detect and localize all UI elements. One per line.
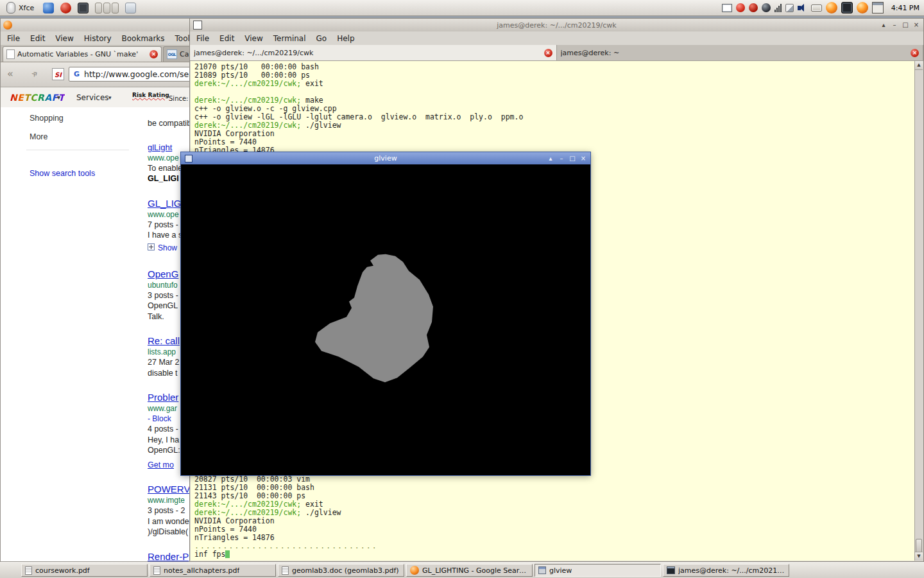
pdf-icon <box>153 566 160 575</box>
terminal-menu-3[interactable]: Terminal <box>268 33 311 44</box>
blue-globe-icon[interactable] <box>43 3 54 13</box>
sidebar-item-1[interactable]: More <box>30 132 126 142</box>
panel-clock[interactable]: 4:41 PM <box>891 4 920 12</box>
si-extension-icon[interactable]: SI <box>52 68 64 80</box>
light-app-icon[interactable] <box>125 3 136 13</box>
terminal-titlebar[interactable]: james@derek: ~/.../cm20219/cwk ▴ – □ × <box>190 19 923 31</box>
keyboard-icon[interactable] <box>811 4 822 12</box>
glview-titlebar[interactable]: glview ▴ – □ × <box>181 152 590 164</box>
terminal-menu-1[interactable]: Edit <box>214 33 239 44</box>
result-line-text: OpenGL <box>148 301 178 310</box>
tab-label: james@derek: ~/.../cm20219/cwk <box>194 49 540 57</box>
terminal-tab-1[interactable]: james@derek: ~× <box>557 45 924 60</box>
result-line-text: POWERV <box>148 484 190 495</box>
terminal-text: ................................ <box>194 541 378 550</box>
result-line-text: )/glDisable( <box>148 527 188 536</box>
terminal-text: make <box>305 96 323 105</box>
taskbar-button-4[interactable]: GL_LIGHTING - Google Search - M... <box>406 564 533 577</box>
workspace-pager[interactable] <box>95 3 119 13</box>
terminal-output-line: derek:~/.../cm20219/cwk; exit <box>194 80 523 88</box>
glview-icon <box>538 566 546 574</box>
workspace-cell[interactable] <box>103 3 110 13</box>
maximize-button[interactable]: □ <box>901 21 910 30</box>
terminal-menu-0[interactable]: File <box>191 33 214 44</box>
meter-icon[interactable] <box>785 4 794 12</box>
screen-icon[interactable] <box>722 4 732 12</box>
dark-circle-icon[interactable] <box>762 3 771 12</box>
close-button[interactable]: × <box>579 154 588 163</box>
firefox-menu-0[interactable]: File <box>2 33 25 44</box>
dark-window-icon[interactable] <box>78 3 89 13</box>
tab-close-icon[interactable]: × <box>150 50 158 58</box>
terminal-text: ./glview <box>305 121 341 130</box>
applications-menu[interactable]: Xfce <box>4 1 37 14</box>
terminal-text: inf fps <box>194 550 225 559</box>
applications-menu-label: Xfce <box>19 4 34 12</box>
window-controls: ▴ – □ × <box>879 21 921 30</box>
terminal-window-icon[interactable] <box>872 2 884 13</box>
terminal-text: ./glview <box>305 508 341 517</box>
taskbar-button-label: james@derek: ~/.../cm20219/cwk <box>678 566 785 575</box>
terminal-text: NVIDIA Corporation <box>194 516 275 525</box>
risk-rating-label[interactable]: Risk Rating <box>132 92 169 98</box>
minimize-button[interactable]: – <box>890 21 899 30</box>
scroll-up-button[interactable]: ▲ <box>915 61 923 70</box>
terminal-tab-bar: james@derek: ~/.../cm20219/cwk×james@der… <box>190 45 923 61</box>
terminal-scrollbar[interactable]: ▲ ▼ <box>914 61 923 561</box>
signal-bars-icon[interactable] <box>774 4 782 12</box>
red-circle-icon-2[interactable] <box>749 3 758 12</box>
monitor-icon[interactable] <box>841 2 853 13</box>
sidebar-item-0[interactable]: Shopping <box>30 113 126 123</box>
terminal-text: derek:~/.../cm20219/cwk; <box>194 121 305 130</box>
taskbar-buttons: coursework.pdfnotes_allchapters.pdfgeoml… <box>21 564 789 577</box>
firefox-menu-4[interactable]: Bookmarks <box>117 33 170 44</box>
scrollbar-thumb[interactable] <box>916 539 922 553</box>
terminal-scrollback-top: 21070 pts/10 00:00:00 bash21089 pts/10 0… <box>194 63 523 155</box>
netcraft-services-menu[interactable]: Services <box>76 93 109 102</box>
terminal-text: nPoints = 7440 <box>194 525 257 534</box>
result-line-text: www.ope <box>148 210 179 219</box>
firefox-menu-1[interactable]: Edit <box>25 33 50 44</box>
taskbar-button-6[interactable]: james@derek: ~/.../cm20219/cwk <box>663 564 789 577</box>
sidebar-item-2[interactable]: Show search tools <box>30 168 126 179</box>
close-button[interactable]: × <box>912 21 921 30</box>
taskbar-button-3[interactable]: geomlab3.doc (geomlab3.pdf) <box>278 564 404 577</box>
volume-icon[interactable] <box>798 4 807 12</box>
tab-close-icon[interactable]: × <box>911 49 919 57</box>
firefox-menu-3[interactable]: History <box>79 33 117 44</box>
firefox-ball-icon[interactable] <box>826 2 837 13</box>
chevron-down-icon[interactable]: ▾ <box>57 94 60 101</box>
taskbar-button-5[interactable]: glview <box>535 564 661 577</box>
back-button[interactable]: « <box>7 67 13 80</box>
terminal-menu-5[interactable]: Help <box>332 33 359 44</box>
result-line-text: 3 posts - <box>148 291 178 300</box>
terminal-menu-4[interactable]: Go <box>311 33 332 44</box>
workspace-cell[interactable] <box>95 3 102 13</box>
forward-button[interactable]: » <box>28 67 40 80</box>
pdf-icon <box>282 566 289 575</box>
chevron-down-icon[interactable]: ▾ <box>108 94 112 101</box>
red-circle-icon[interactable] <box>736 3 745 12</box>
result-line-text: 3 posts - 2 <box>148 506 185 515</box>
terminal-tab-0[interactable]: james@derek: ~/.../cm20219/cwk× <box>190 45 557 60</box>
terminal-icon <box>667 566 675 574</box>
taskbar-button-1[interactable]: coursework.pdf <box>21 564 148 577</box>
maximize-button[interactable]: □ <box>568 154 577 163</box>
firefox-ball-icon-2[interactable] <box>857 2 868 13</box>
workspace-cell[interactable] <box>112 3 119 13</box>
opengl-canvas[interactable] <box>181 164 590 475</box>
result-line-text: www.gar <box>148 404 177 413</box>
result-line-text: I am wonde <box>148 517 189 526</box>
scroll-down-button[interactable]: ▼ <box>915 552 923 561</box>
firefox-menu-2[interactable]: View <box>50 33 78 44</box>
tab-close-icon[interactable]: × <box>544 49 552 57</box>
terminal-text: nTriangles = 14876 <box>194 533 275 542</box>
terminal-text: c++ -o glview.o -c -g glview.cpp <box>194 104 337 113</box>
minimize-button[interactable]: – <box>557 154 566 163</box>
taskbar-button-2[interactable]: notes_allchapters.pdf <box>150 564 276 577</box>
shade-button[interactable]: ▴ <box>546 154 555 163</box>
tab-automatic-variables[interactable]: Automatic Variables - GNU `make' × <box>3 46 162 62</box>
shade-button[interactable]: ▴ <box>879 21 888 30</box>
terminal-menu-2[interactable]: View <box>239 33 268 44</box>
red-ball-icon[interactable] <box>60 3 71 13</box>
